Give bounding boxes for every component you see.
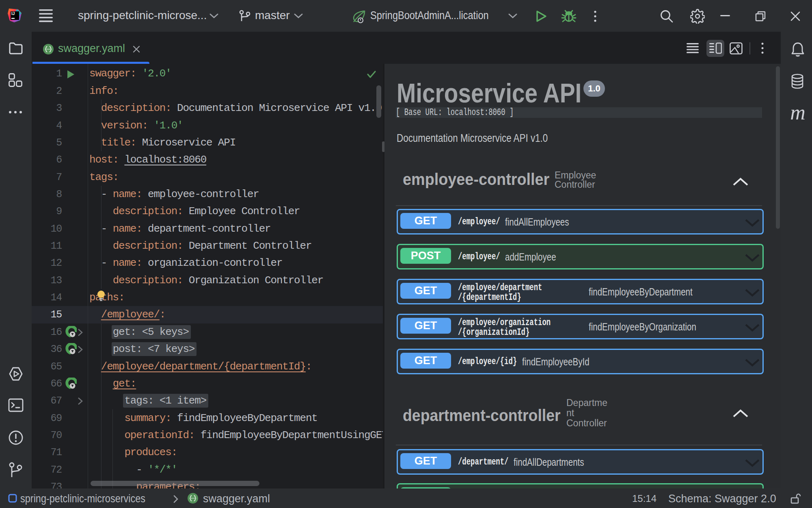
svg-text:IJ: IJ xyxy=(11,11,15,16)
